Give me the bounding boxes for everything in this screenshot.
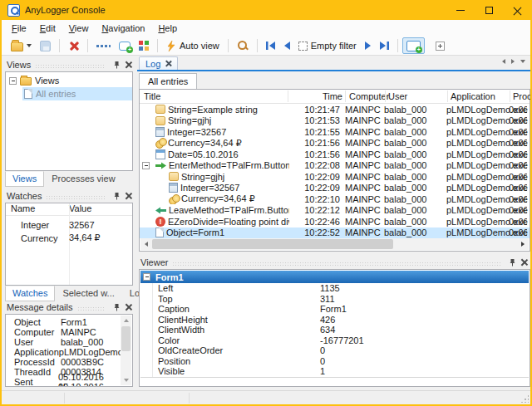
nav-prev-button[interactable]	[279, 37, 294, 54]
property-row[interactable]: Color-16777201	[140, 335, 529, 346]
col-value[interactable]: Value	[67, 203, 91, 215]
col-process[interactable]: Proce	[513, 91, 532, 101]
property-row[interactable]: Position0	[140, 356, 529, 367]
collapse-icon[interactable]	[9, 77, 17, 85]
column-divider[interactable]	[385, 90, 386, 102]
color-grid-button[interactable]	[135, 37, 153, 54]
tree-node-all-entries[interactable]: All entries	[22, 87, 132, 100]
tab-views[interactable]: Views	[5, 171, 44, 187]
column-divider[interactable]	[510, 90, 510, 102]
log-row-selected[interactable]: Object=Form1 10:22:52 MAINPC balab_000 p…	[140, 227, 530, 239]
scroll-tabs-left-icon[interactable]	[502, 59, 505, 64]
tab-processes-view[interactable]: Processes view	[44, 171, 122, 187]
tab-all-entries[interactable]: All entries	[139, 73, 197, 89]
log-row[interactable]: !EZeroDivide=Floating point division by …	[140, 216, 530, 227]
log-row[interactable]: String=gjhj 10:21:53 MAINPC balab_000 pL…	[140, 115, 530, 127]
log-row[interactable]: Currency=34,64 ₽ 10:21:56 MAINPC balab_0…	[140, 138, 530, 149]
log-row[interactable]: Integer=32567 10:22:09 MAINPC balab_000 …	[140, 183, 530, 194]
log-row[interactable]: Currency=34,64 ₽ 10:22:10 MAINPC balab_0…	[140, 193, 530, 205]
col-title[interactable]: Title	[144, 91, 160, 101]
col-application[interactable]: Application	[451, 91, 495, 101]
log-user: balab_000	[382, 227, 445, 237]
dashes-button[interactable]	[92, 37, 115, 54]
property-row[interactable]: CaptionForm1	[140, 304, 529, 315]
log-row[interactable]: String=gjhj 10:22:09 MAINPC balab_000 pL…	[140, 171, 530, 183]
search-button[interactable]	[233, 37, 253, 54]
log-row[interactable]: Integer=32567 10:21:55 MAINPC balab_000 …	[140, 126, 530, 138]
minimize-button[interactable]	[452, 2, 469, 18]
close-button[interactable]	[509, 2, 525, 18]
maximize-button[interactable]	[480, 2, 497, 18]
column-divider[interactable]	[345, 90, 346, 102]
col-computer[interactable]: Computer	[349, 91, 389, 101]
tab-log[interactable]: Log	[139, 56, 178, 70]
scroll-tabs-right-icon[interactable]	[511, 59, 515, 64]
property-row[interactable]: Visible1	[140, 366, 529, 377]
column-divider[interactable]	[447, 90, 448, 102]
col-name[interactable]: Name	[6, 203, 67, 215]
property-row[interactable]: Top311	[140, 294, 529, 305]
nav-first-button[interactable]	[262, 37, 279, 54]
scroll-up-button[interactable]	[121, 316, 131, 325]
tab-list-icon[interactable]	[520, 60, 525, 63]
new-window-button[interactable]	[402, 37, 425, 54]
auto-view-label: Auto view	[180, 41, 219, 51]
comment-button[interactable]	[115, 37, 135, 54]
log-row[interactable]: String=Example string 10:21:47 MAINPC ba…	[140, 104, 530, 115]
status-bar	[2, 390, 530, 404]
resize-grip-icon[interactable]	[520, 394, 529, 403]
pin-button[interactable]	[111, 302, 121, 312]
col-user[interactable]: User	[388, 91, 407, 101]
detail-row[interactable]: Received05.10.2016 10...	[6, 386, 121, 387]
property-row[interactable]: Left1135	[140, 283, 529, 294]
delete-button[interactable]	[64, 37, 83, 54]
scroll-left-button[interactable]	[140, 238, 152, 250]
log-row[interactable]: Date=05.10.2016 10:21:56 MAINPC balab_00…	[140, 149, 530, 160]
close-panel-button[interactable]	[519, 257, 529, 267]
tab-all-entries-label: All entries	[148, 76, 188, 86]
nav-last-button[interactable]	[376, 37, 393, 54]
collapse-icon[interactable]	[142, 162, 150, 169]
nav-next-button[interactable]	[361, 37, 376, 54]
tab-selected-watches[interactable]: Selected w...	[55, 286, 121, 301]
pin-button[interactable]	[111, 191, 121, 201]
pin-button[interactable]	[111, 60, 121, 70]
column-divider[interactable]	[69, 203, 70, 286]
close-panel-button[interactable]	[123, 302, 133, 312]
collapse-icon[interactable]	[143, 273, 150, 281]
details-scrollbar[interactable]	[121, 316, 131, 385]
property-row[interactable]: ClientHeight426	[140, 315, 529, 325]
menu-help[interactable]: Help	[151, 22, 184, 35]
open-button[interactable]	[7, 37, 36, 54]
menu-navigation[interactable]: Navigation	[95, 22, 151, 35]
scroll-right-button[interactable]	[517, 238, 529, 250]
menu-file[interactable]: File	[5, 22, 33, 35]
watch-row[interactable]: Integer 32567	[6, 219, 132, 230]
save-button[interactable]	[36, 37, 55, 54]
watch-row[interactable]: Currency 34,64 ₽	[6, 232, 132, 243]
close-panel-button[interactable]	[123, 60, 133, 70]
close-panel-button[interactable]	[123, 191, 133, 201]
col-time[interactable]: Time	[289, 91, 342, 101]
column-divider[interactable]	[288, 90, 288, 102]
tree-node-views[interactable]: Views	[9, 74, 59, 87]
menu-view[interactable]: View	[62, 22, 96, 35]
scroll-thumb[interactable]	[152, 239, 393, 249]
log-horizontal-scrollbar[interactable]	[140, 238, 529, 250]
minimize-icon	[456, 10, 465, 11]
tab-watches[interactable]: Watches	[5, 286, 55, 301]
scroll-thumb[interactable]	[121, 326, 131, 351]
viewer-object-bar[interactable]: Form1	[140, 271, 529, 283]
auto-view-button[interactable]: Auto view	[162, 37, 224, 54]
property-row[interactable]: ClientWidth634	[140, 325, 529, 335]
scroll-down-button[interactable]	[121, 375, 131, 385]
title-bar[interactable]: AnyLogger Console	[0, 0, 532, 20]
menu-edit[interactable]: Edit	[33, 22, 62, 35]
tab-close-icon[interactable]	[165, 61, 171, 66]
log-row[interactable]: LeaveMethod=TPalFrm.Button6Click 10:22:1…	[140, 205, 530, 217]
property-row[interactable]: OldCreateOrder0	[140, 345, 529, 356]
log-row[interactable]: EnterMethod=TPalFrm.Button6Click 10:22:0…	[140, 160, 530, 172]
expand-button[interactable]	[431, 37, 449, 54]
pin-button[interactable]	[507, 257, 517, 267]
empty-filter-button[interactable]: Empty filter	[294, 37, 361, 54]
